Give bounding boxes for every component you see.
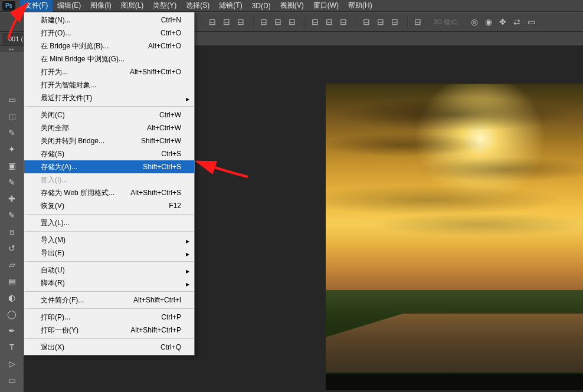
pen-tool[interactable]: ✒	[5, 324, 19, 337]
menu-separator	[25, 338, 194, 339]
file-menu-item[interactable]: 关闭并转到 Bridge...Shift+Ctrl+W	[24, 134, 194, 147]
blur-tool[interactable]: ◐	[5, 291, 19, 304]
align-left-icon[interactable]: ⊟	[206, 15, 219, 28]
file-menu-item[interactable]: 打开为智能对象...	[24, 78, 194, 91]
gradient-tool[interactable]: ▤	[5, 275, 19, 288]
file-menu-item[interactable]: 存储为 Web 所用格式...Alt+Shift+Ctrl+S	[24, 186, 194, 199]
menu-layer[interactable]: 图层(L)	[116, 0, 149, 12]
menu-item-shortcut: Ctrl+S	[161, 149, 181, 159]
menu-item-label: 打开为...	[41, 67, 68, 77]
menu-edit[interactable]: 编辑(E)	[53, 0, 86, 12]
distribute-b-icon[interactable]: ⊟	[374, 15, 387, 28]
menu-item-label: 关闭(C)	[41, 110, 65, 120]
mode-3d-label: 3D 模式:	[430, 18, 462, 27]
distribute-a-icon[interactable]: ⊟	[360, 15, 373, 28]
menu-item-label: 导出(E)	[41, 248, 64, 258]
river-bank	[326, 374, 583, 390]
menu-item-label: 在 Mini Bridge 中浏览(G)...	[41, 54, 125, 64]
align-top-icon[interactable]: ⊟	[257, 15, 270, 28]
distribute-v-icon[interactable]: ⊟	[323, 15, 336, 28]
menu-help[interactable]: 帮助(H)	[343, 0, 377, 12]
history-brush-tool[interactable]: ↺	[5, 242, 19, 255]
menu-separator	[25, 214, 194, 215]
distribute-space-icon[interactable]: ⊟	[337, 15, 350, 28]
menu-item-shortcut: Ctrl+P	[161, 312, 181, 322]
file-menu-item[interactable]: 恢复(V)F12	[24, 199, 194, 212]
menu-item-shortcut: Alt+Shift+Ctrl+P	[130, 325, 181, 335]
menu-window[interactable]: 窗口(W)	[309, 0, 343, 12]
menu-separator	[25, 106, 194, 107]
menu-item-shortcut: Ctrl+O	[161, 28, 181, 38]
distribute-c-icon[interactable]: ⊟	[388, 15, 401, 28]
brush-tool[interactable]: ✎	[5, 209, 19, 222]
menu-item-label: 关闭并转到 Bridge...	[41, 136, 104, 146]
menu-separator	[25, 231, 194, 232]
menu-separator	[25, 308, 194, 309]
eraser-tool[interactable]: ▱	[5, 258, 19, 271]
align-middle-icon[interactable]: ⊟	[271, 15, 284, 28]
distribute-h-icon[interactable]: ⊟	[309, 15, 322, 28]
arrange-icon[interactable]: ⊟	[411, 15, 424, 28]
river	[326, 314, 583, 373]
shape-tool[interactable]: ▭	[5, 374, 19, 387]
path-tool[interactable]: ▷	[5, 357, 19, 370]
move-tool[interactable]: ▭	[5, 93, 19, 106]
menu-item-label: 打印(P)...	[41, 312, 70, 322]
align-right-icon[interactable]: ⊟	[234, 15, 247, 28]
menu-item-label: 存储(S)	[41, 149, 64, 159]
marquee-tool[interactable]: ◫	[5, 110, 19, 123]
stamp-tool[interactable]: ⧈	[5, 225, 19, 238]
file-menu-item[interactable]: 打开为...Alt+Shift+Ctrl+O	[24, 65, 194, 78]
menu-filter[interactable]: 滤镜(T)	[214, 0, 247, 12]
menu-item-label: 存储为(A)...	[41, 162, 77, 172]
orbit-3d-icon[interactable]: ◎	[468, 15, 481, 28]
lasso-tool[interactable]: ✎	[5, 126, 19, 139]
align-center-h-icon[interactable]: ⊟	[220, 15, 233, 28]
file-menu-item[interactable]: 打印(P)...Ctrl+P	[24, 311, 194, 324]
file-menu-item[interactable]: 最近打开文件(T)	[24, 91, 194, 104]
options-arrange-group: ⊟	[407, 15, 428, 28]
menu-item-shortcut: Shift+Ctrl+W	[141, 136, 181, 146]
options-distribute2-group: ⊟ ⊟ ⊟	[356, 15, 405, 28]
menu-view[interactable]: 视图(V)	[276, 0, 309, 12]
crop-tool[interactable]: ▣	[5, 159, 19, 172]
toolbox-handle[interactable]: ▸▸	[0, 46, 24, 52]
file-menu-item[interactable]: 打开(O)...Ctrl+O	[24, 27, 194, 39]
menu-separator	[25, 261, 194, 262]
slide-3d-icon[interactable]: ⇄	[510, 15, 523, 28]
menu-separator	[25, 291, 194, 292]
file-menu-item[interactable]: 存储为(A)...Shift+Ctrl+S	[24, 160, 194, 173]
file-menu-item[interactable]: 关闭全部Alt+Ctrl+W	[24, 121, 194, 134]
file-menu-item[interactable]: 置入(L)...	[24, 216, 194, 229]
menu-3d[interactable]: 3D(D)	[247, 1, 276, 11]
menu-item-shortcut: Alt+Shift+Ctrl+O	[130, 67, 181, 77]
file-menu-item[interactable]: 存储(S)Ctrl+S	[24, 147, 194, 160]
file-menu-item[interactable]: 文件简介(F)...Alt+Shift+Ctrl+I	[24, 294, 194, 307]
eyedropper-tool[interactable]: ✎	[5, 176, 19, 189]
menu-file[interactable]: 文件(F)	[20, 0, 53, 12]
file-menu-item[interactable]: 在 Mini Bridge 中浏览(G)...	[24, 52, 194, 65]
file-menu-item[interactable]: 退出(X)Ctrl+Q	[24, 341, 194, 354]
file-menu-item[interactable]: 导入(M)	[24, 233, 194, 246]
file-menu-item[interactable]: 打印一份(Y)Alt+Shift+Ctrl+P	[24, 324, 194, 337]
type-tool[interactable]: T	[5, 341, 19, 354]
file-menu-item[interactable]: 在 Bridge 中浏览(B)...Alt+Ctrl+O	[24, 39, 194, 52]
menu-type[interactable]: 类型(Y)	[148, 0, 181, 12]
menu-item-label: 新建(N)...	[41, 15, 71, 25]
roll-3d-icon[interactable]: ◉	[482, 15, 495, 28]
file-menu-item[interactable]: 自动(U)	[24, 263, 194, 276]
heal-tool[interactable]: ✚	[5, 192, 19, 205]
align-bottom-icon[interactable]: ⊟	[286, 15, 299, 28]
menu-item-label: 打开为智能对象...	[41, 80, 96, 90]
menu-select[interactable]: 选择(S)	[181, 0, 214, 12]
wand-tool[interactable]: ✦	[5, 143, 19, 156]
zoom-3d-icon[interactable]: ▭	[525, 15, 538, 28]
menu-image[interactable]: 图像(I)	[86, 0, 116, 12]
file-menu-item[interactable]: 脚本(R)	[24, 276, 194, 289]
dodge-tool[interactable]: ◯	[5, 308, 19, 321]
file-menu-item[interactable]: 导出(E)	[24, 246, 194, 259]
file-menu-item[interactable]: 关闭(C)Ctrl+W	[24, 108, 194, 121]
file-menu-item[interactable]: 新建(N)...Ctrl+N	[24, 14, 194, 27]
options-align-group: ⊟ ⊟ ⊟	[202, 15, 251, 28]
pan-3d-icon[interactable]: ✥	[496, 15, 509, 28]
